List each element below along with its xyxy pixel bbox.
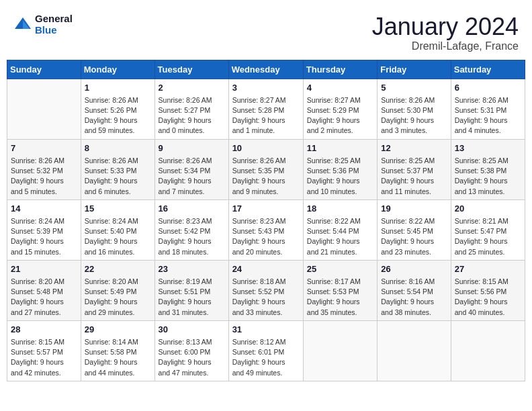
day-info: Sunrise: 8:17 AMSunset: 5:53 PMDaylight:… (307, 277, 373, 318)
day-number: 16 (159, 203, 225, 215)
logo: General Blue (13, 13, 73, 36)
calendar-cell: 12Sunrise: 8:25 AMSunset: 5:37 PMDayligh… (378, 139, 451, 199)
calendar-cell: 17Sunrise: 8:23 AMSunset: 5:43 PMDayligh… (228, 199, 303, 260)
day-number: 24 (232, 263, 300, 275)
day-info: Sunrise: 8:27 AMSunset: 5:28 PMDaylight:… (232, 95, 300, 136)
day-info: Sunrise: 8:15 AMSunset: 5:57 PMDaylight:… (11, 337, 77, 378)
day-info: Sunrise: 8:23 AMSunset: 5:42 PMDaylight:… (159, 216, 225, 257)
day-number: 19 (381, 203, 447, 215)
day-info: Sunrise: 8:26 AMSunset: 5:32 PMDaylight:… (11, 156, 77, 197)
calendar-cell: 31Sunrise: 8:12 AMSunset: 6:01 PMDayligh… (228, 320, 303, 381)
day-info: Sunrise: 8:15 AMSunset: 5:56 PMDaylight:… (455, 277, 521, 318)
day-number: 23 (159, 263, 225, 275)
day-info: Sunrise: 8:26 AMSunset: 5:35 PMDaylight:… (232, 156, 300, 197)
day-info: Sunrise: 8:26 AMSunset: 5:34 PMDaylight:… (159, 156, 225, 197)
calendar-cell: 5Sunrise: 8:26 AMSunset: 5:30 PMDaylight… (378, 79, 451, 139)
day-number: 26 (381, 263, 447, 275)
calendar-cell: 7Sunrise: 8:26 AMSunset: 5:32 PMDaylight… (7, 139, 81, 199)
calendar-cell: 27Sunrise: 8:15 AMSunset: 5:56 PMDayligh… (451, 260, 525, 320)
calendar-body: 1Sunrise: 8:26 AMSunset: 5:26 PMDaylight… (7, 79, 525, 381)
day-number: 7 (11, 142, 77, 154)
calendar-cell: 22Sunrise: 8:20 AMSunset: 5:49 PMDayligh… (81, 260, 154, 320)
day-info: Sunrise: 8:26 AMSunset: 5:33 PMDaylight:… (85, 156, 151, 197)
day-number: 10 (232, 142, 300, 154)
calendar-cell: 26Sunrise: 8:16 AMSunset: 5:54 PMDayligh… (378, 260, 451, 320)
day-number: 25 (307, 263, 373, 275)
calendar-cell: 11Sunrise: 8:25 AMSunset: 5:36 PMDayligh… (303, 139, 377, 199)
logo-text: General Blue (35, 13, 73, 36)
day-number: 27 (455, 263, 521, 275)
day-info: Sunrise: 8:13 AMSunset: 6:00 PMDaylight:… (159, 337, 225, 378)
header-day-sunday: Sunday (7, 60, 81, 79)
day-number: 5 (381, 82, 447, 94)
day-info: Sunrise: 8:26 AMSunset: 5:27 PMDaylight:… (159, 95, 225, 136)
day-number: 17 (232, 203, 300, 215)
day-info: Sunrise: 8:14 AMSunset: 5:58 PMDaylight:… (85, 337, 151, 378)
day-info: Sunrise: 8:22 AMSunset: 5:44 PMDaylight:… (307, 216, 373, 257)
calendar-cell: 19Sunrise: 8:22 AMSunset: 5:45 PMDayligh… (378, 199, 451, 260)
day-number: 18 (307, 203, 373, 215)
calendar-cell: 20Sunrise: 8:21 AMSunset: 5:47 PMDayligh… (451, 199, 525, 260)
calendar-cell: 14Sunrise: 8:24 AMSunset: 5:39 PMDayligh… (7, 199, 81, 260)
week-row-1: 7Sunrise: 8:26 AMSunset: 5:32 PMDaylight… (7, 139, 525, 199)
day-info: Sunrise: 8:19 AMSunset: 5:51 PMDaylight:… (159, 277, 225, 318)
header-day-saturday: Saturday (451, 60, 525, 79)
day-number: 3 (232, 82, 300, 94)
week-row-0: 1Sunrise: 8:26 AMSunset: 5:26 PMDaylight… (7, 79, 525, 139)
day-info: Sunrise: 8:22 AMSunset: 5:45 PMDaylight:… (381, 216, 447, 257)
calendar-cell: 3Sunrise: 8:27 AMSunset: 5:28 PMDaylight… (228, 79, 303, 139)
day-info: Sunrise: 8:25 AMSunset: 5:37 PMDaylight:… (381, 156, 447, 197)
calendar-cell: 2Sunrise: 8:26 AMSunset: 5:27 PMDaylight… (154, 79, 228, 139)
day-number: 28 (11, 324, 77, 336)
day-number: 22 (85, 263, 151, 275)
day-info: Sunrise: 8:12 AMSunset: 6:01 PMDaylight:… (232, 337, 300, 378)
title-block: January 2024 Dremil-Lafage, France (372, 13, 519, 52)
day-number: 6 (455, 82, 521, 94)
day-number: 4 (307, 82, 373, 94)
day-info: Sunrise: 8:20 AMSunset: 5:48 PMDaylight:… (11, 277, 77, 318)
calendar-cell (7, 79, 81, 139)
day-number: 11 (307, 142, 373, 154)
calendar-cell: 4Sunrise: 8:27 AMSunset: 5:29 PMDaylight… (303, 79, 377, 139)
day-info: Sunrise: 8:26 AMSunset: 5:31 PMDaylight:… (455, 95, 521, 136)
day-number: 14 (11, 203, 77, 215)
day-info: Sunrise: 8:24 AMSunset: 5:40 PMDaylight:… (85, 216, 151, 257)
calendar-cell: 18Sunrise: 8:22 AMSunset: 5:44 PMDayligh… (303, 199, 377, 260)
header-day-monday: Monday (81, 60, 154, 79)
header-day-wednesday: Wednesday (228, 60, 303, 79)
day-number: 13 (455, 142, 521, 154)
calendar-cell: 6Sunrise: 8:26 AMSunset: 5:31 PMDaylight… (451, 79, 525, 139)
calendar-title: January 2024 (372, 13, 519, 40)
calendar-cell: 15Sunrise: 8:24 AMSunset: 5:40 PMDayligh… (81, 199, 154, 260)
day-number: 9 (159, 142, 225, 154)
day-info: Sunrise: 8:25 AMSunset: 5:36 PMDaylight:… (307, 156, 373, 197)
day-info: Sunrise: 8:26 AMSunset: 5:26 PMDaylight:… (85, 95, 151, 136)
calendar-cell: 21Sunrise: 8:20 AMSunset: 5:48 PMDayligh… (7, 260, 81, 320)
day-info: Sunrise: 8:21 AMSunset: 5:47 PMDaylight:… (455, 216, 521, 257)
page-header: General Blue January 2024 Dremil-Lafage,… (7, 7, 525, 56)
day-info: Sunrise: 8:23 AMSunset: 5:43 PMDaylight:… (232, 216, 300, 257)
day-number: 8 (85, 142, 151, 154)
day-number: 29 (85, 324, 151, 336)
calendar-cell: 13Sunrise: 8:25 AMSunset: 5:38 PMDayligh… (451, 139, 525, 199)
calendar-cell: 1Sunrise: 8:26 AMSunset: 5:26 PMDaylight… (81, 79, 154, 139)
logo-icon (13, 15, 32, 34)
header-day-friday: Friday (378, 60, 451, 79)
day-info: Sunrise: 8:27 AMSunset: 5:29 PMDaylight:… (307, 95, 373, 136)
calendar-subtitle: Dremil-Lafage, France (372, 40, 519, 52)
day-number: 2 (159, 82, 225, 94)
calendar-cell: 23Sunrise: 8:19 AMSunset: 5:51 PMDayligh… (154, 260, 228, 320)
day-number: 20 (455, 203, 521, 215)
day-info: Sunrise: 8:20 AMSunset: 5:49 PMDaylight:… (85, 277, 151, 318)
calendar-cell (303, 320, 377, 381)
day-number: 1 (85, 82, 151, 94)
calendar-cell (451, 320, 525, 381)
calendar-header: SundayMondayTuesdayWednesdayThursdayFrid… (7, 60, 525, 79)
calendar-table: SundayMondayTuesdayWednesdayThursdayFrid… (7, 60, 525, 381)
calendar-cell: 28Sunrise: 8:15 AMSunset: 5:57 PMDayligh… (7, 320, 81, 381)
calendar-cell: 30Sunrise: 8:13 AMSunset: 6:00 PMDayligh… (154, 320, 228, 381)
header-day-tuesday: Tuesday (154, 60, 228, 79)
day-info: Sunrise: 8:25 AMSunset: 5:38 PMDaylight:… (455, 156, 521, 197)
day-info: Sunrise: 8:16 AMSunset: 5:54 PMDaylight:… (381, 277, 447, 318)
day-info: Sunrise: 8:24 AMSunset: 5:39 PMDaylight:… (11, 216, 77, 257)
